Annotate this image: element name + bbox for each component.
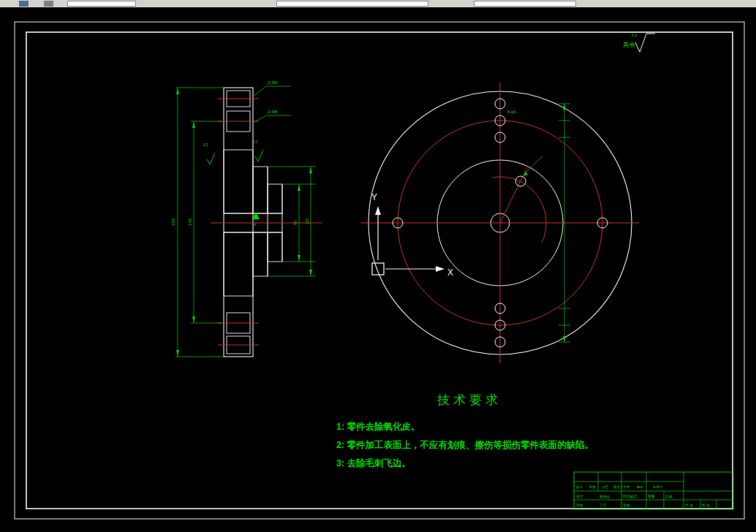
holes-count-label: 8-φ9 bbox=[507, 110, 516, 114]
tb-standardize: 标准化 bbox=[599, 495, 611, 499]
cad-drawing: 180 140 95 120 2-M6 2-M8 6.3 6.3 A bbox=[0, 0, 756, 532]
top-toolbar-strip bbox=[0, 0, 756, 7]
tb-mark: 标记 bbox=[575, 484, 583, 490]
tb-count: 处数 bbox=[589, 484, 597, 489]
roughness-check-icon bbox=[635, 34, 655, 52]
tb-review: 审核 bbox=[576, 503, 583, 507]
front-view bbox=[361, 83, 639, 363]
tech-requirements-title: 技术要求 bbox=[436, 393, 502, 407]
surface-note-label: 其余 bbox=[623, 41, 636, 48]
tb-change-doc: 更改文件号 bbox=[613, 484, 630, 489]
surface-finish-value-2: 6.3 bbox=[253, 140, 258, 144]
tech-requirements: 技术要求 1: 零件去除氧化皮。 2: 零件加工表面上，不应有划痕、擦伤等损伤零… bbox=[336, 393, 594, 468]
tb-scale: 比例 bbox=[665, 495, 673, 499]
surface-finish-value-1: 6.3 bbox=[203, 143, 208, 147]
ucs-axes: Y X bbox=[371, 192, 453, 278]
title-block: 标记 处数 分区 更改文件号 签名 年月日 设计 标准化 阶段标记 重量 比例 … bbox=[574, 472, 733, 509]
toolbar-button-icon[interactable] bbox=[44, 1, 53, 7]
surface-finish-icon bbox=[255, 150, 263, 162]
toolbar-input[interactable] bbox=[67, 1, 136, 7]
tb-sheet-total: 共 张 bbox=[685, 503, 693, 508]
tb-approve: 批准 bbox=[623, 503, 630, 508]
tech-requirement-item-3: 3: 去除毛刺飞边。 bbox=[336, 457, 411, 468]
tech-requirement-item-2: 2: 零件加工表面上，不应有划痕、擦伤等损伤零件表面的缺陷。 bbox=[336, 440, 594, 450]
toolbar-dropdown-1[interactable] bbox=[276, 1, 428, 7]
app-icon[interactable] bbox=[19, 1, 29, 7]
x-axis-label: X bbox=[447, 267, 453, 278]
surface-finish-note: 其余 6.3 bbox=[623, 33, 655, 52]
dim-bolt-circle: 140 bbox=[188, 218, 192, 226]
surface-finish-icon bbox=[207, 153, 215, 164]
x-axis-arrow-icon bbox=[436, 266, 445, 272]
thread-leader-label-1: 2-M6 bbox=[268, 80, 278, 85]
surface-note-value: 6.3 bbox=[632, 33, 637, 37]
y-axis-arrow-icon bbox=[375, 206, 381, 215]
tb-sheet-num: 第 张 bbox=[702, 503, 710, 508]
tb-stage-mark: 阶段标记 bbox=[623, 494, 637, 499]
dim-hub-outer: 120 bbox=[305, 218, 309, 224]
y-axis-label: Y bbox=[371, 192, 377, 202]
tb-date: 年月日 bbox=[653, 485, 663, 489]
cad-application-window: 180 140 95 120 2-M6 2-M8 6.3 6.3 A bbox=[0, 0, 756, 532]
tb-design: 设计 bbox=[575, 494, 583, 498]
thread-leader-label-2: 2-M8 bbox=[268, 110, 278, 114]
tb-process: 工艺 bbox=[600, 503, 607, 507]
dim-hub-inner: 95 bbox=[293, 221, 298, 225]
tb-weight: 重量 bbox=[648, 494, 655, 498]
section-view-dimensions: 180 140 95 120 2-M6 2-M8 6.3 6.3 A bbox=[171, 80, 316, 357]
tb-signature: 签名 bbox=[637, 485, 643, 489]
tech-requirement-item-1: 1: 零件去除氧化皮。 bbox=[336, 422, 420, 432]
tb-zone: 分区 bbox=[602, 484, 609, 489]
toolbar-dropdown-2[interactable] bbox=[474, 1, 576, 7]
dim-outer-diameter: 180 bbox=[171, 218, 175, 226]
